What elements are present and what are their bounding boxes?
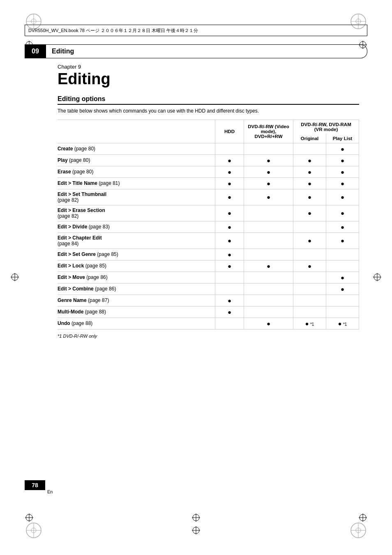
cell-dvd_video <box>244 205 293 221</box>
options-table: HDD DVD-R/-RW (Video mode), DVD+R/+RW DV… <box>58 120 359 329</box>
cell-dvd_video: ● <box>244 154 293 166</box>
cell-playlist: ● <box>326 166 359 177</box>
row-label-cell: Edit > Chapter Edit(page 84) <box>58 233 215 249</box>
row-label-cell: Edit > Combine (page 86) <box>58 283 215 295</box>
bottom-left-circle-mark <box>25 521 43 539</box>
cell-dvd_video: ● <box>244 260 293 272</box>
table-row: Edit > Combine (page 86)● <box>58 283 359 295</box>
table-row: Edit > Title Name (page 81)●●●● <box>58 177 359 189</box>
cell-original <box>293 295 326 306</box>
chapter-tab: 09 Editing <box>25 44 367 58</box>
main-content: Chapter 9 Editing Editing options The ta… <box>58 64 359 339</box>
cell-original <box>293 283 326 295</box>
cell-hdd: ● <box>215 295 244 306</box>
cell-playlist: ● <box>326 205 359 221</box>
row-label-cell: Edit > Set Genre (page 85) <box>58 249 215 260</box>
cell-original <box>293 143 326 154</box>
cell-dvd_video <box>244 306 293 318</box>
cell-playlist <box>326 260 359 272</box>
cell-playlist: ● <box>326 221 359 233</box>
chapter-number: 09 <box>25 44 46 58</box>
row-label-cell: Edit > Lock (page 85) <box>58 260 215 272</box>
cell-playlist: ● <box>326 143 359 154</box>
cell-playlist: ● <box>326 233 359 249</box>
cell-hdd: ● <box>215 260 244 272</box>
chapter-heading: Editing <box>58 71 359 88</box>
cell-hdd: ● <box>215 166 244 177</box>
cell-original: ● <box>293 189 326 205</box>
cell-original <box>293 306 326 318</box>
cell-dvd_video: ● <box>244 166 293 177</box>
side-left-crosshair <box>10 272 19 283</box>
cell-hdd: ● <box>215 205 244 221</box>
cell-dvd_video <box>244 249 293 260</box>
cell-original <box>293 249 326 260</box>
table-row: Create (page 80)● <box>58 143 359 154</box>
row-label-cell: Create (page 80) <box>58 143 215 154</box>
th-hdd: HDD <box>215 120 244 143</box>
table-row: Edit > Lock (page 85)●●● <box>58 260 359 272</box>
table-row: Undo (page 88)●● *1● *1 <box>58 318 359 329</box>
cell-playlist <box>326 249 359 260</box>
side-right-crosshair <box>373 272 382 283</box>
table-row: Edit > Set Genre (page 85)● <box>58 249 359 260</box>
cell-hdd <box>215 143 244 154</box>
cell-hdd: ● <box>215 189 244 205</box>
row-label-cell: Play (page 80) <box>58 154 215 166</box>
table-row: Edit > Chapter Edit(page 84)●●● <box>58 233 359 249</box>
cell-hdd: ● <box>215 154 244 166</box>
bottom-corner-marks-row <box>25 521 367 539</box>
header-bar: DVR550H_WV_EN.book 78 ページ ２００６年１２月２８日 木曜… <box>25 25 367 36</box>
bottom-right-circle-mark <box>349 521 367 539</box>
page-lang: En <box>47 489 53 494</box>
cell-original: ● <box>293 205 326 221</box>
cell-original: ● <box>293 233 326 249</box>
table-row: Play (page 80)●●●● <box>58 154 359 166</box>
table-row: Multi-Mode (page 88)● <box>58 306 359 318</box>
bottom-reg-row <box>25 513 367 522</box>
table-body: Create (page 80)●Play (page 80)●●●●Erase… <box>58 143 359 329</box>
table-row: Edit > Set Thumbnail(page 82)●●●● <box>58 189 359 205</box>
chapter-label: Chapter 9 <box>58 64 359 70</box>
book-info: DVR550H_WV_EN.book 78 ページ ２００６年１２月２８日 木曜… <box>28 28 198 34</box>
table-row: Erase (page 80)●●●● <box>58 166 359 177</box>
cell-hdd: ● <box>215 177 244 189</box>
table-row: Edit > Move (page 86)● <box>58 272 359 283</box>
row-label-cell: Edit > Divide (page 83) <box>58 221 215 233</box>
cell-hdd: ● <box>215 306 244 318</box>
cell-original: ● <box>293 154 326 166</box>
row-label-cell: Edit > Erase Section(page 82) <box>58 205 215 221</box>
cell-dvd_video <box>244 143 293 154</box>
section-title: Editing options <box>58 95 359 105</box>
cell-original: ● <box>293 260 326 272</box>
bottom-center-crosshair <box>191 513 201 522</box>
row-label-cell: Genre Name (page 87) <box>58 295 215 306</box>
row-label-cell: Edit > Move (page 86) <box>58 272 215 283</box>
cell-hdd: ● <box>215 249 244 260</box>
cell-original: ● *1 <box>293 318 326 329</box>
page-number-box: 78 <box>25 480 45 490</box>
cell-playlist: ● <box>326 189 359 205</box>
bottom-center-crosshair2 <box>191 526 201 535</box>
cell-dvd_video: ● <box>244 177 293 189</box>
cell-playlist: ● *1 <box>326 318 359 329</box>
cell-original <box>293 272 326 283</box>
cell-playlist: ● <box>326 177 359 189</box>
cell-playlist: ● <box>326 283 359 295</box>
cell-dvd_video <box>244 272 293 283</box>
row-label-cell: Multi-Mode (page 88) <box>58 306 215 318</box>
cell-original: ● <box>293 166 326 177</box>
cell-dvd_video <box>244 221 293 233</box>
cell-playlist <box>326 295 359 306</box>
row-label-cell: Edit > Set Thumbnail(page 82) <box>58 189 215 205</box>
cell-original <box>293 221 326 233</box>
cell-hdd <box>215 272 244 283</box>
intro-text: The table below shows which commands you… <box>58 108 359 114</box>
footnote: *1 DVD-R/-RW only <box>58 334 359 339</box>
cell-hdd <box>215 318 244 329</box>
cell-hdd: ● <box>215 221 244 233</box>
bottom-right-crosshair <box>358 513 367 522</box>
th-original: Original <box>293 134 326 143</box>
row-label-cell: Undo (page 88) <box>58 318 215 329</box>
cell-dvd_video <box>244 295 293 306</box>
